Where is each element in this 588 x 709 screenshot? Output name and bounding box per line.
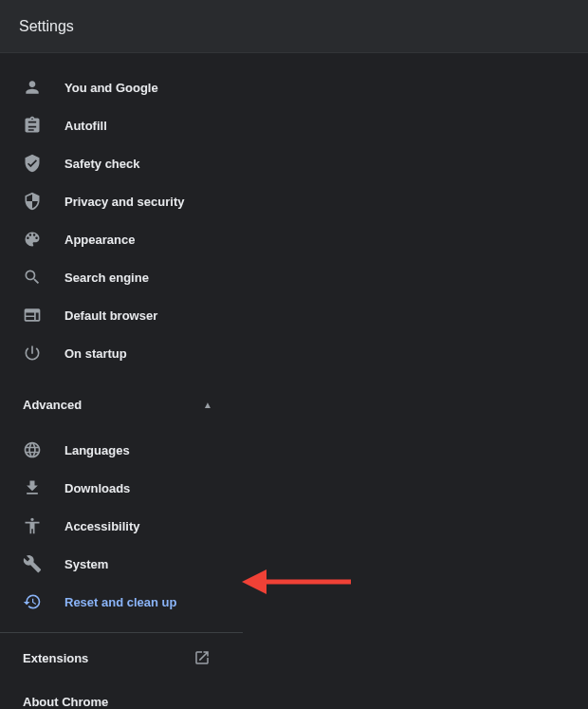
sidebar-item-label: System	[64, 557, 108, 571]
palette-icon	[23, 230, 42, 249]
sidebar-item-safety-check[interactable]: Safety check	[0, 144, 243, 182]
sidebar-item-on-startup[interactable]: On startup	[0, 334, 243, 372]
security-icon	[23, 192, 42, 211]
sidebar-item-accessibility[interactable]: Accessibility	[0, 507, 243, 545]
sidebar-item-label: Safety check	[64, 157, 140, 171]
sidebar-item-appearance[interactable]: Appearance	[0, 220, 243, 258]
sidebar-item-extensions[interactable]: Extensions	[0, 639, 243, 677]
sidebar-item-system[interactable]: System	[0, 545, 243, 583]
language-icon	[23, 440, 42, 459]
web-icon	[23, 306, 42, 325]
advanced-section-toggle[interactable]: Advanced ▲	[0, 385, 243, 423]
sidebar-item-downloads[interactable]: Downloads	[0, 469, 243, 507]
sidebar-item-label: Privacy and security	[64, 195, 184, 209]
sidebar-item-label: About Chrome	[23, 695, 108, 709]
download-icon	[23, 478, 42, 497]
open-in-new-icon	[193, 649, 211, 666]
sidebar-item-label: Reset and clean up	[64, 595, 176, 609]
sidebar-item-privacy-security[interactable]: Privacy and security	[0, 182, 243, 220]
chevron-up-icon: ▲	[203, 400, 212, 410]
build-icon	[23, 554, 42, 573]
verified-user-icon	[23, 154, 42, 173]
header: Settings	[0, 0, 588, 53]
sidebar-item-label: Default browser	[64, 308, 157, 323]
restore-icon	[23, 592, 42, 611]
sidebar-item-label: Accessibility	[64, 519, 140, 533]
advanced-group: Languages Downloads Accessibility System	[0, 431, 243, 621]
sidebar-item-label: On startup	[64, 346, 127, 361]
sidebar-item-label: You and Google	[64, 81, 158, 95]
svg-marker-2	[242, 569, 266, 594]
sidebar-item-label: Autofill	[64, 119, 107, 133]
power-icon	[23, 344, 42, 363]
sidebar-item-search-engine[interactable]: Search engine	[0, 258, 243, 296]
sidebar-item-default-browser[interactable]: Default browser	[0, 296, 243, 334]
sidebar-item-label: Downloads	[64, 481, 130, 495]
page-title: Settings	[19, 18, 74, 35]
person-icon	[23, 78, 42, 97]
sidebar-item-label: Search engine	[64, 271, 149, 285]
sidebar-item-reset-clean-up[interactable]: Reset and clean up	[0, 583, 243, 621]
sidebar: You and Google Autofill Safety check Pri…	[0, 53, 243, 709]
sidebar-item-label: Extensions	[23, 651, 88, 665]
assignment-icon	[23, 116, 42, 135]
advanced-label: Advanced	[23, 398, 82, 412]
divider	[0, 632, 243, 633]
sidebar-item-autofill[interactable]: Autofill	[0, 106, 243, 144]
accessibility-icon	[23, 516, 42, 535]
sidebar-item-label: Appearance	[64, 233, 135, 247]
sidebar-item-label: Languages	[64, 443, 130, 457]
sidebar-item-languages[interactable]: Languages	[0, 431, 243, 469]
sidebar-item-you-and-google[interactable]: You and Google	[0, 68, 243, 106]
search-icon	[23, 268, 42, 287]
annotation-arrow	[242, 562, 356, 602]
sidebar-item-about-chrome[interactable]: About Chrome	[0, 682, 243, 709]
